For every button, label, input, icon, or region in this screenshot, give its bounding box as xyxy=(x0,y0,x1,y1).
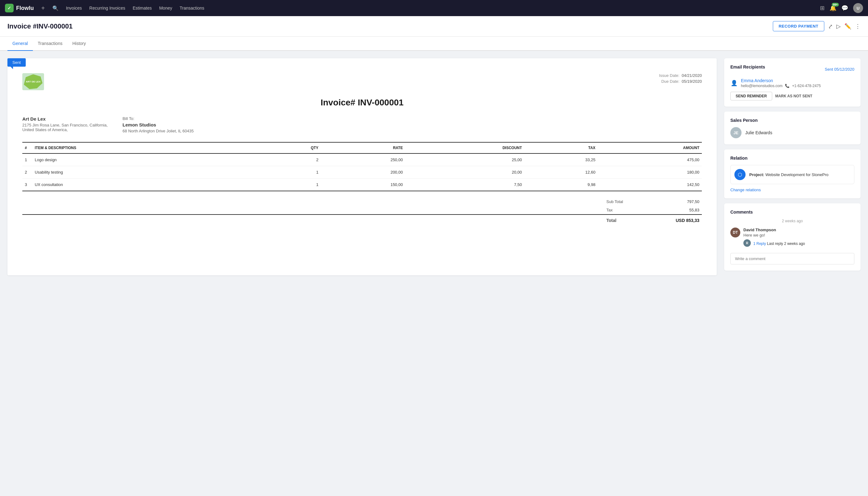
app-name: Flowlu xyxy=(16,5,34,12)
comment-body: David Thompson Here we go! R 1 Reply Las… xyxy=(743,228,854,247)
nav-transactions[interactable]: Transactions xyxy=(180,5,204,11)
row-tax: 9,98 xyxy=(525,179,598,191)
sales-person-card: Sales Person JE Julie Edwards xyxy=(724,112,861,144)
nav-money[interactable]: Money xyxy=(159,5,172,11)
page-title: Invoice #INV-000001 xyxy=(7,22,73,30)
from-address: 2175 Jim Rosa Lane, San Francisco, Calif… xyxy=(22,123,108,127)
row-amount: 475,00 xyxy=(598,153,702,166)
nav-links: Invoices Recurring Invoices Estimates Mo… xyxy=(66,5,812,11)
table-row: 1 Logo design 2 250,00 25,00 33,25 475,0… xyxy=(22,153,702,166)
invoice-number-row: Invoice# INV-000001 xyxy=(22,98,702,108)
logo-blob: ART DE LEX xyxy=(24,74,43,89)
col-rate: RATE xyxy=(321,142,405,153)
nav-recurring-invoices[interactable]: Recurring Invoices xyxy=(89,5,125,11)
row-tax: 33,25 xyxy=(525,153,598,166)
project-name: Website Development for StonePro xyxy=(765,172,828,177)
row-discount: 7,50 xyxy=(405,179,524,191)
invoice-dates: Issue Date: 04/21/2020 Due Date: 05/19/2… xyxy=(659,73,702,85)
tab-history[interactable]: History xyxy=(67,36,91,51)
edit-icon[interactable]: ✏️ xyxy=(844,23,851,30)
sales-initials: JE xyxy=(733,130,739,135)
due-date-value: 05/19/2020 xyxy=(682,79,702,84)
row-rate: 250,00 xyxy=(321,153,405,166)
subtotal-row: Sub Total 797,50 xyxy=(22,198,702,206)
subtotal-value: 797,50 xyxy=(668,199,699,204)
nav-invoices[interactable]: Invoices xyxy=(66,5,82,11)
tax-label: Tax xyxy=(606,208,668,212)
email-recipients-header: Email Recipients Sent 05/12/2020 xyxy=(730,64,854,74)
project-label: Project: xyxy=(749,172,764,177)
invoice-number: Invoice# INV-000001 xyxy=(321,98,404,107)
mark-not-sent-button[interactable]: MARK AS NOT SENT xyxy=(775,92,812,100)
sales-person-avatar: JE xyxy=(730,127,742,138)
send-reminder-button[interactable]: SEND REMINDER xyxy=(730,92,772,100)
reply-row: R 1 Reply Last reply 2 weeks ago xyxy=(743,239,854,247)
recipient-row: 👤 Emma Anderson hello@lemonstudios.com 📞… xyxy=(730,78,854,88)
add-button[interactable]: + xyxy=(41,5,45,12)
phone-icon: 📞 xyxy=(785,84,790,88)
comment-input[interactable] xyxy=(730,253,854,264)
send-icon[interactable]: ▷ xyxy=(836,23,841,30)
email-recipients-title: Email Recipients xyxy=(730,64,765,69)
company-logo: ART DE LEX xyxy=(22,73,44,90)
total-row: Total USD 853,33 xyxy=(22,214,702,225)
row-amount: 142,50 xyxy=(598,179,702,191)
person-icon: 👤 xyxy=(730,80,738,87)
row-qty: 1 xyxy=(260,166,321,179)
row-item: Usability testing xyxy=(32,166,260,179)
subtotal-label: Sub Total xyxy=(606,199,668,204)
invoice-addresses: Art De Lex 2175 Jim Rosa Lane, San Franc… xyxy=(22,116,702,133)
billto-company: Lemon Studios xyxy=(122,122,193,127)
tab-transactions[interactable]: Transactions xyxy=(33,36,67,51)
sales-person-row: JE Julie Edwards xyxy=(730,127,854,138)
email-recipients-card: Email Recipients Sent 05/12/2020 👤 Emma … xyxy=(724,58,861,107)
col-discount: DISCOUNT xyxy=(405,142,524,153)
tab-general[interactable]: General xyxy=(7,36,33,51)
reply-link[interactable]: 1 Reply xyxy=(753,242,766,246)
row-qty: 2 xyxy=(260,153,321,166)
chat-icon[interactable]: 💬 xyxy=(841,5,848,12)
page-header: Invoice #INV-000001 RECORD PAYMENT ⤤ ▷ ✏… xyxy=(0,16,868,36)
comments-title: Comments xyxy=(730,210,854,215)
sidebar: Email Recipients Sent 05/12/2020 👤 Emma … xyxy=(724,58,861,490)
from-company: Art De Lex xyxy=(22,116,108,122)
invoice-paper: ART DE LEX Issue Date: 04/21/2020 Due Da… xyxy=(7,58,717,275)
nav-estimates[interactable]: Estimates xyxy=(133,5,152,11)
logo-icon: ✓ xyxy=(5,4,14,12)
row-qty: 1 xyxy=(260,179,321,191)
change-relations-link[interactable]: Change relations xyxy=(730,188,761,192)
recipient-info: Emma Anderson hello@lemonstudios.com 📞 +… xyxy=(741,78,821,88)
due-date-row: Due Date: 05/19/2020 xyxy=(659,79,702,84)
recipient-email: hello@lemonstudios.com xyxy=(741,84,782,88)
reply-avatar: R xyxy=(743,239,751,247)
sales-person-title: Sales Person xyxy=(730,118,854,123)
comment-text: Here we go! xyxy=(743,233,854,237)
comments-card: Comments 2 weeks ago DT David Thompson H… xyxy=(724,203,861,270)
notification-bell[interactable]: 🔔 99+ xyxy=(830,5,836,12)
share-icon[interactable]: ⤤ xyxy=(828,23,833,30)
billto-address: 68 North Arlington Drive Joliet, IL 6043… xyxy=(122,129,193,133)
recipient-phone: +1-624-478-2475 xyxy=(792,84,821,88)
issue-date-label: Issue Date: xyxy=(659,73,680,78)
table-row: 2 Usability testing 1 200,00 20,00 12,60… xyxy=(22,166,702,179)
recipient-name[interactable]: Emma Anderson xyxy=(741,78,821,83)
email-actions: SEND REMINDER MARK AS NOT SENT xyxy=(730,92,854,100)
record-payment-button[interactable]: RECORD PAYMENT xyxy=(773,21,824,31)
grid-icon[interactable]: ⊞ xyxy=(820,5,825,12)
sent-date: Sent 05/12/2020 xyxy=(825,67,854,72)
comment-item: DT David Thompson Here we go! R 1 Reply … xyxy=(730,228,854,247)
search-icon[interactable]: 🔍 xyxy=(52,5,59,11)
col-qty: QTY xyxy=(260,142,321,153)
comment-reply: 1 Reply Last reply 2 weeks ago xyxy=(753,242,805,246)
col-tax: TAX xyxy=(525,142,598,153)
comment-author: David Thompson xyxy=(743,228,854,232)
table-row: 3 UX consultation 1 150,00 7,50 9,98 142… xyxy=(22,179,702,191)
user-avatar[interactable]: U xyxy=(853,3,863,13)
tab-bar: General Transactions History xyxy=(0,36,868,51)
more-icon[interactable]: ⋮ xyxy=(855,23,861,30)
billto-label: Bill To: xyxy=(122,116,193,121)
app-logo[interactable]: ✓ Flowlu xyxy=(5,4,34,12)
reply-meta-text: Last reply 2 weeks ago xyxy=(767,242,805,246)
row-discount: 20,00 xyxy=(405,166,524,179)
relation-title: Relation xyxy=(730,156,854,160)
